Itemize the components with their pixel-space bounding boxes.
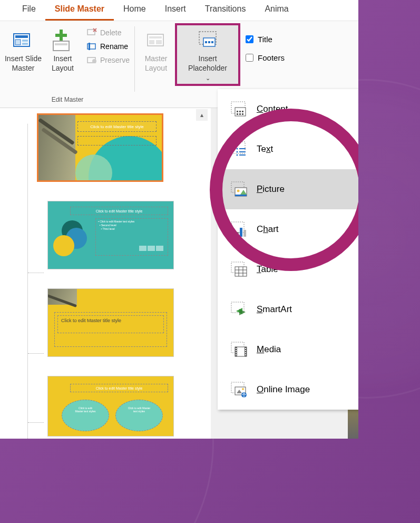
rename-label: Rename <box>100 42 128 51</box>
tab-home[interactable]: Home <box>114 0 155 21</box>
insert-slide-master-icon <box>12 26 35 54</box>
svg-rect-9 <box>87 30 95 35</box>
footers-checkbox[interactable]: Footers <box>246 53 285 62</box>
insert-layout-icon <box>51 26 74 54</box>
rename-button[interactable]: Rename <box>83 40 133 53</box>
menu-item-media[interactable]: Media <box>218 330 358 370</box>
menu-item-picture[interactable]: Picture <box>218 169 358 209</box>
svg-rect-4 <box>22 43 28 45</box>
label-line2: Layout <box>52 63 74 73</box>
thumb-content-placeholder: Click to edit Mastertext styles <box>115 400 163 431</box>
tab-file[interactable]: File <box>13 0 45 21</box>
footers-checkbox-input[interactable] <box>246 54 253 62</box>
insert-slide-master-button[interactable]: Insert Slide Master <box>2 24 44 75</box>
title-checkbox[interactable]: Title <box>246 35 285 44</box>
svg-rect-3 <box>22 40 28 42</box>
insert-placeholder-dropdown: Content Text <box>218 89 358 410</box>
footers-checkbox-label: Footers <box>258 53 285 62</box>
layout-thumbnail-3[interactable]: Click to edit Master title style Click t… <box>47 376 174 437</box>
scroll-up-button[interactable]: ▴ <box>196 109 208 121</box>
online-image-icon <box>229 380 248 399</box>
svg-rect-66 <box>236 350 237 351</box>
master-thumbnail[interactable]: Click to edit Master title style <box>37 113 163 182</box>
group-edit-master: Insert Slide Master Insert Layout <box>0 21 135 108</box>
svg-rect-6 <box>55 34 67 37</box>
svg-point-46 <box>237 190 240 192</box>
preserve-icon <box>86 55 97 65</box>
layout-thumbnail-2[interactable]: Click to edit Master title style <box>47 288 174 357</box>
insert-layout-button[interactable]: Insert Layout <box>45 24 80 75</box>
svg-rect-53 <box>235 267 247 276</box>
tab-animations-partial[interactable]: Anima <box>255 0 298 21</box>
title-checkbox-input[interactable] <box>246 35 253 43</box>
svg-rect-72 <box>245 354 246 355</box>
thumb-title-placeholder: Click to edit Master title style <box>70 207 168 215</box>
svg-rect-33 <box>237 113 238 115</box>
svg-rect-25 <box>139 246 146 251</box>
svg-rect-19 <box>156 40 162 44</box>
menu-item-online-image[interactable]: Online Image <box>218 370 358 410</box>
rename-icon <box>86 41 97 52</box>
svg-rect-69 <box>245 348 246 349</box>
thumb-title-placeholder: Click to edit Master title style <box>77 121 157 132</box>
menu-item-smartart[interactable]: SmartArt <box>218 289 358 330</box>
svg-rect-7 <box>53 41 69 51</box>
svg-point-15 <box>92 59 96 63</box>
label-line2: Placeholder ⌄ <box>188 63 227 83</box>
menu-item-table[interactable]: Table <box>218 249 358 289</box>
svg-rect-18 <box>149 40 154 44</box>
svg-rect-71 <box>245 352 246 353</box>
group-label-edit-master: Edit Master <box>2 96 133 105</box>
svg-rect-51 <box>243 230 246 237</box>
menu-item-chart[interactable]: Chart <box>218 209 358 249</box>
svg-rect-65 <box>236 348 237 349</box>
menu-item-content[interactable]: Content <box>218 89 358 129</box>
preserve-label: Preserve <box>100 56 130 64</box>
chevron-down-icon: ⌄ <box>206 75 210 81</box>
svg-point-76 <box>242 388 244 390</box>
thumb-title-placeholder: Click to edit Master title style <box>57 315 164 333</box>
svg-rect-34 <box>239 113 241 115</box>
svg-rect-68 <box>236 354 237 355</box>
svg-rect-30 <box>237 111 238 112</box>
chart-icon <box>229 220 248 239</box>
tab-slide-master[interactable]: Slide Master <box>45 0 114 21</box>
svg-rect-26 <box>148 246 155 251</box>
svg-rect-67 <box>236 352 237 353</box>
svg-rect-32 <box>242 111 243 112</box>
label-line1: Master <box>145 54 168 63</box>
tab-transitions[interactable]: Transitions <box>196 0 256 21</box>
thumbnails-pane: ▴ Click to edit Master title style Click… <box>0 108 211 439</box>
label-line1: Insert <box>53 54 72 63</box>
master-layout-button: Master Layout <box>137 24 175 75</box>
thumb-title-placeholder: Click to edit Master title style <box>70 384 168 392</box>
svg-rect-22 <box>205 41 207 43</box>
delete-icon <box>86 27 97 38</box>
label-line1: Insert <box>199 54 217 63</box>
svg-rect-35 <box>242 113 243 115</box>
svg-rect-31 <box>239 111 241 112</box>
smartart-icon <box>229 300 248 319</box>
content-icon <box>229 100 248 119</box>
ribbon-tabs: File Slide Master Home Insert Transition… <box>0 0 358 21</box>
thumb-body-placeholder: • Click to edit Master text styles • Sec… <box>95 218 168 256</box>
svg-rect-17 <box>149 36 162 38</box>
svg-rect-8 <box>55 43 67 45</box>
svg-rect-13 <box>89 43 90 50</box>
layout-thumbnail-1[interactable]: Click to edit Master title style • Click… <box>47 201 174 269</box>
svg-point-39 <box>237 151 238 153</box>
insert-placeholder-button[interactable]: Insert Placeholder ⌄ <box>176 24 239 85</box>
svg-rect-50 <box>240 228 242 237</box>
delete-label: Delete <box>100 28 121 37</box>
label-line1: Insert Slide <box>5 54 42 63</box>
powerpoint-window: File Slide Master Home Insert Transition… <box>0 0 358 439</box>
picture-icon <box>229 180 248 199</box>
menu-item-text[interactable]: Text <box>218 129 358 169</box>
tab-insert[interactable]: Insert <box>155 0 196 21</box>
master-layout-icon <box>146 26 166 54</box>
preserve-button: Preserve <box>83 54 133 66</box>
table-icon <box>229 260 248 279</box>
title-checkbox-label: Title <box>258 35 272 44</box>
svg-point-41 <box>237 154 238 156</box>
media-icon <box>229 340 248 359</box>
